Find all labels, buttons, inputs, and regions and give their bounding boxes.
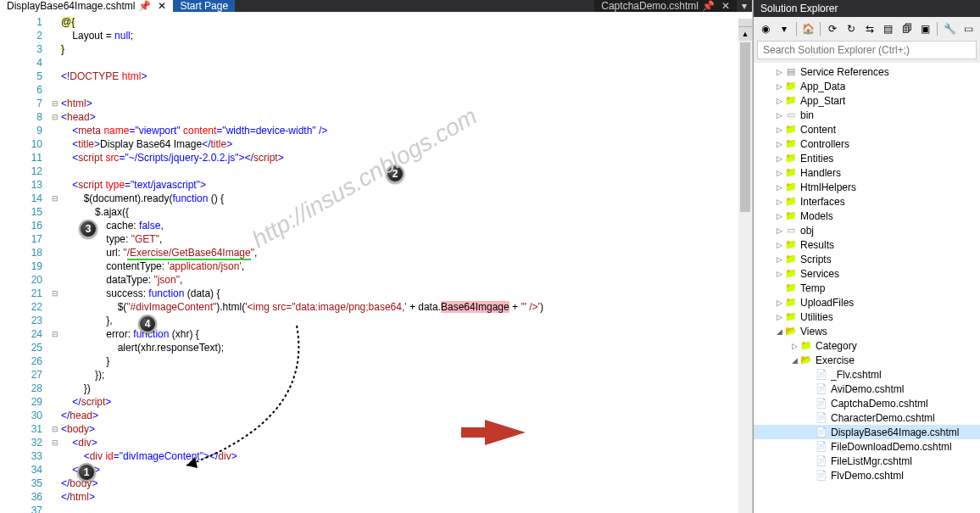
sync-icon[interactable]: ⟳ — [824, 20, 841, 37]
tree-item[interactable]: ▷Entities — [754, 151, 980, 165]
back-button[interactable]: ◉ — [757, 20, 774, 37]
tree-item[interactable]: ▷Utilities — [754, 309, 980, 324]
tree-item[interactable]: ▷Interfaces — [754, 194, 980, 209]
tree-item[interactable]: ▷App_Data — [754, 79, 980, 93]
preview-icon[interactable]: ▣ — [917, 20, 934, 37]
tree-item[interactable]: ▷obj — [754, 223, 980, 237]
tree-item[interactable]: CharacterDemo.cshtml — [754, 410, 980, 425]
tree-item[interactable]: ▷Results — [754, 237, 980, 252]
refresh-icon[interactable]: ↻ — [843, 20, 860, 37]
tree-item[interactable]: ▷Service References — [754, 64, 980, 79]
tree-label: Service References — [800, 66, 889, 78]
split-handle[interactable] — [738, 19, 752, 27]
folder-icon — [815, 412, 828, 424]
folder-icon — [784, 210, 798, 222]
tab-captcha[interactable]: CaptchaDemo.cshtml 📌 ✕ — [594, 0, 737, 12]
tree-label: Category — [816, 340, 857, 352]
collapse-icon[interactable]: ⇆ — [861, 20, 878, 37]
code-lines[interactable]: @{ Layout = null;}<!DOCTYPE html><html><… — [61, 12, 752, 513]
tree-label: App_Start — [800, 95, 845, 107]
tree-label: CharacterDemo.cshtml — [831, 412, 935, 424]
tree-item[interactable]: ▷Services — [754, 266, 980, 281]
tree-label: Views — [800, 326, 827, 337]
tree-expander[interactable]: ▷ — [774, 226, 784, 235]
editor-tabs: DisplayBase64Image.cshtml 📌 ✕ Start Page… — [0, 0, 752, 12]
callout-2: 2 — [386, 164, 404, 183]
tab-overflow-button[interactable]: ▾ — [737, 0, 752, 12]
tree-label: App_Data — [800, 81, 845, 92]
forward-button[interactable]: ▾ — [776, 20, 793, 37]
folder-icon — [784, 81, 798, 92]
tree-expander[interactable]: ▷ — [774, 255, 784, 264]
tree-expander[interactable]: ▷ — [774, 97, 784, 105]
tree-expander[interactable]: ▷ — [774, 313, 784, 321]
tree-expander[interactable]: ▷ — [774, 111, 784, 120]
tab-active-file[interactable]: DisplayBase64Image.cshtml 📌 ✕ — [0, 0, 173, 12]
tree-expander[interactable]: ▷ — [774, 298, 784, 307]
folder-icon — [784, 225, 798, 237]
toggle-icon[interactable]: ▭ — [960, 20, 977, 37]
show-all-icon[interactable]: ▤ — [880, 20, 897, 37]
tree-item[interactable]: ▷Models — [754, 209, 980, 223]
scrollbar-thumb[interactable] — [740, 42, 750, 212]
tree-expander[interactable]: ▷ — [774, 140, 784, 148]
solution-search-input[interactable] — [757, 41, 977, 59]
tab-start-page[interactable]: Start Page — [173, 0, 235, 12]
folder-icon — [784, 153, 798, 164]
tree-item[interactable]: AviDemo.cshtml — [754, 382, 980, 396]
home-button[interactable]: 🏠 — [800, 20, 817, 37]
tree-item[interactable]: ◢Exercise — [754, 353, 980, 367]
close-icon[interactable]: ✕ — [721, 0, 730, 12]
tree-item[interactable]: FlvDemo.cshtml — [754, 468, 980, 482]
scroll-up-button[interactable]: ▲ — [738, 27, 752, 41]
tree-item[interactable]: CaptchaDemo.cshtml — [754, 396, 980, 410]
tree-expander[interactable]: ▷ — [774, 198, 784, 206]
folder-icon — [815, 383, 828, 395]
folder-icon — [784, 297, 798, 309]
tree-label: HtmlHelpers — [800, 181, 856, 193]
tree-label: Temp — [800, 282, 825, 294]
tree-expander[interactable]: ▷ — [774, 154, 784, 163]
tree-item[interactable]: FileDownloadDemo.cshtml — [754, 439, 980, 454]
editor-pane: DisplayBase64Image.cshtml 📌 ✕ Start Page… — [0, 0, 753, 513]
tree-item[interactable]: ▷Controllers — [754, 137, 980, 151]
callout-3: 3 — [79, 220, 97, 238]
tree-expander[interactable]: ▷ — [789, 342, 799, 350]
tree-item[interactable]: ▷App_Start — [754, 93, 980, 108]
pin-icon[interactable]: 📌 — [702, 0, 715, 12]
solution-tree[interactable]: ▷Service References▷App_Data▷App_Start▷b… — [754, 63, 980, 513]
folder-icon — [784, 196, 798, 208]
tree-label: Exercise — [816, 354, 855, 366]
tree-expander[interactable]: ▷ — [774, 82, 784, 91]
solution-explorer-pane: Solution Explorer ◉ ▾ 🏠 ⟳ ↻ ⇆ ▤ 🗐 ▣ 🔧 ▭ … — [753, 0, 980, 513]
tab-label: DisplayBase64Image.cshtml — [7, 0, 135, 12]
tree-expander[interactable]: ▷ — [774, 270, 784, 278]
tree-item[interactable]: FileListMgr.cshtml — [754, 454, 980, 468]
tree-expander[interactable]: ▷ — [774, 212, 784, 220]
tree-expander[interactable]: ◢ — [789, 356, 799, 365]
tree-item[interactable]: ▷UploadFiles — [754, 295, 980, 309]
tree-item[interactable]: Temp — [754, 281, 980, 295]
properties-icon[interactable]: 🗐 — [899, 20, 916, 37]
tree-item[interactable]: ▷Content — [754, 122, 980, 137]
tree-expander[interactable]: ▷ — [774, 241, 784, 249]
tree-item[interactable]: _Flv.cshtml — [754, 367, 980, 382]
tree-expander[interactable]: ◢ — [774, 327, 784, 336]
tree-expander[interactable]: ▷ — [774, 183, 784, 192]
tree-item[interactable]: ▷Scripts — [754, 252, 980, 266]
tree-item[interactable]: ▷Category — [754, 338, 980, 353]
close-icon[interactable]: ✕ — [158, 0, 166, 12]
vertical-scrollbar[interactable]: ▲ — [738, 19, 752, 513]
tree-item[interactable]: ▷Handlers — [754, 165, 980, 180]
code-editor[interactable]: 1234567891011121314151617181920212223242… — [0, 12, 752, 513]
pin-icon[interactable]: 📌 — [138, 0, 151, 12]
tree-item[interactable]: ▷bin — [754, 108, 980, 122]
tree-item[interactable]: ◢Views — [754, 324, 980, 338]
tree-label: obj — [800, 225, 814, 237]
wrench-icon[interactable]: 🔧 — [941, 20, 958, 37]
tree-expander[interactable]: ▷ — [774, 68, 784, 76]
tree-item[interactable]: ▷HtmlHelpers — [754, 180, 980, 194]
tree-expander[interactable]: ▷ — [774, 169, 784, 177]
tree-expander[interactable]: ▷ — [774, 125, 784, 134]
tree-item[interactable]: DisplayBase64Image.cshtml — [754, 425, 980, 439]
